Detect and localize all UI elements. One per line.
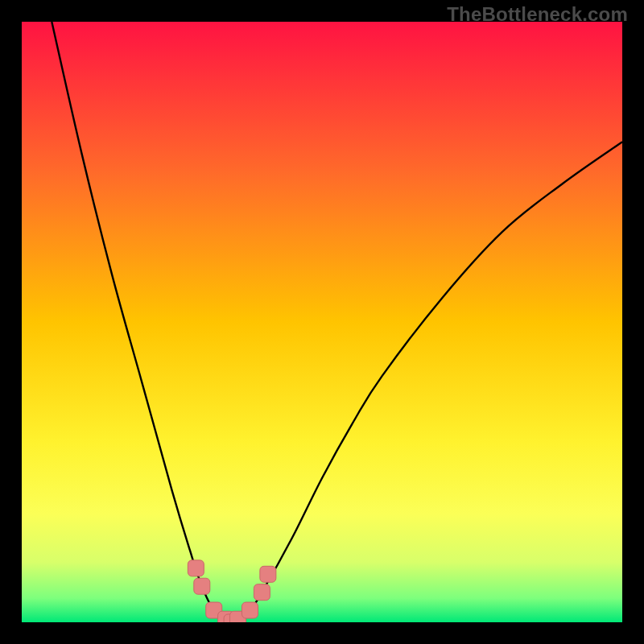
marker-point [254, 584, 270, 601]
bottleneck-plot [0, 0, 644, 644]
marker-point [260, 566, 276, 582]
watermark-text: TheBottleneck.com [447, 3, 628, 26]
marker-point [194, 578, 210, 594]
marker-point [242, 602, 258, 618]
plot-background [22, 22, 622, 622]
marker-point [188, 560, 204, 576]
chart-frame: { "watermark": "TheBottleneck.com", "col… [0, 0, 644, 644]
